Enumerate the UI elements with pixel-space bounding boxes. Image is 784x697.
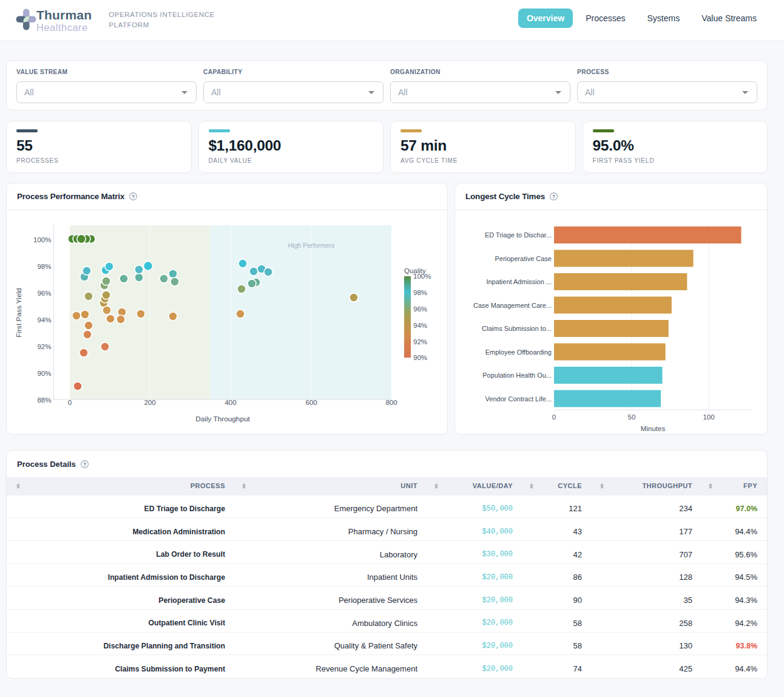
svg-text:100%: 100%: [413, 273, 431, 280]
svg-text:94%: 94%: [413, 322, 427, 329]
svg-text:Claims Submission to...: Claims Submission to...: [482, 325, 552, 332]
svg-text:200: 200: [144, 399, 155, 406]
svg-text:92%: 92%: [37, 343, 51, 350]
svg-text:88%: 88%: [37, 396, 51, 404]
svg-text:400: 400: [225, 399, 236, 406]
svg-text:Inpatient Admission ...: Inpatient Admission ...: [486, 278, 552, 285]
svg-text:92%: 92%: [413, 338, 427, 345]
svg-text:Vendor Contract Life...: Vendor Contract Life...: [485, 395, 552, 403]
svg-text:Minutes: Minutes: [641, 425, 666, 432]
svg-text:94%: 94%: [37, 316, 51, 324]
svg-text:90%: 90%: [37, 370, 51, 377]
svg-text:ED Triage to Dischar...: ED Triage to Dischar...: [485, 231, 552, 239]
svg-text:Employee Offboarding: Employee Offboarding: [485, 348, 552, 356]
svg-text:First Pass Yield: First Pass Yield: [15, 288, 23, 337]
svg-text:?: ?: [132, 194, 135, 200]
svg-text:100: 100: [703, 413, 714, 421]
svg-text:90%: 90%: [413, 354, 427, 361]
svg-text:?: ?: [552, 194, 555, 200]
svg-text:?: ?: [83, 461, 86, 467]
svg-text:Perioperative Case: Perioperative Case: [495, 255, 552, 262]
svg-text:600: 600: [305, 399, 317, 406]
svg-text:Population Health Ou...: Population Health Ou...: [482, 372, 552, 379]
svg-text:Case Management Care...: Case Management Care...: [473, 302, 552, 309]
svg-text:0: 0: [68, 399, 72, 406]
svg-text:800: 800: [385, 399, 397, 406]
svg-text:High Performers: High Performers: [288, 242, 334, 249]
svg-text:98%: 98%: [413, 289, 427, 296]
svg-text:0: 0: [552, 413, 556, 421]
svg-text:96%: 96%: [413, 305, 427, 313]
svg-text:96%: 96%: [37, 290, 51, 297]
svg-text:100%: 100%: [33, 236, 51, 243]
svg-text:50: 50: [628, 413, 636, 421]
svg-text:Daily Throughput: Daily Throughput: [195, 415, 250, 423]
svg-text:98%: 98%: [37, 263, 51, 270]
